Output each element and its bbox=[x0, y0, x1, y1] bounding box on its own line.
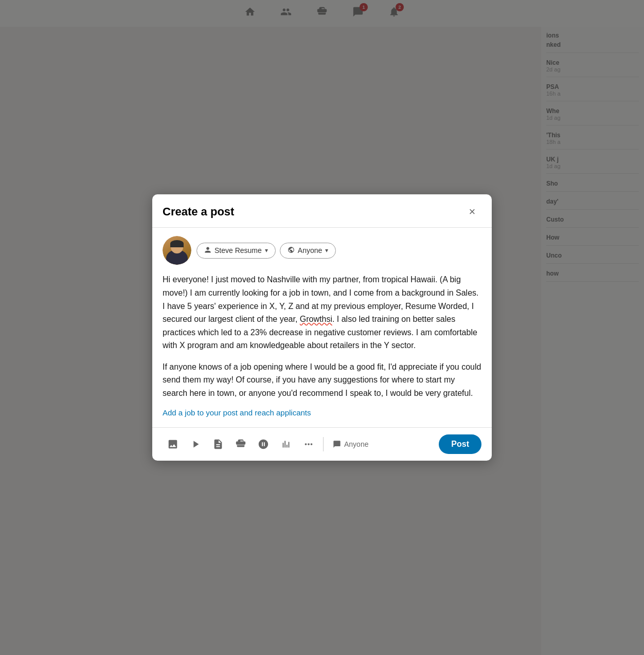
user-row: Steve Resume ▾ Anyone ▾ bbox=[163, 236, 481, 265]
globe-icon bbox=[288, 246, 295, 255]
more-button[interactable] bbox=[298, 434, 319, 454]
modal-header: Create a post × bbox=[152, 194, 492, 228]
toolbar-divider bbox=[323, 437, 324, 451]
toolbar-icons: Anyone bbox=[163, 434, 437, 454]
post-content-area[interactable]: Hi everyone! I just moved to Nashville w… bbox=[163, 273, 481, 399]
modal-backdrop: Create a post × bbox=[0, 0, 644, 655]
poll-button[interactable] bbox=[276, 434, 296, 454]
profile-selector-button[interactable]: Steve Resume ▾ bbox=[196, 243, 276, 259]
profile-chevron-icon: ▾ bbox=[265, 247, 268, 254]
footer-audience-label: Anyone bbox=[344, 440, 368, 448]
user-controls: Steve Resume ▾ Anyone ▾ bbox=[196, 243, 336, 259]
profile-name: Steve Resume bbox=[214, 246, 262, 254]
close-button[interactable]: × bbox=[463, 203, 481, 221]
avatar bbox=[163, 236, 191, 265]
post-button[interactable]: Post bbox=[439, 434, 481, 454]
audience-chevron-icon: ▾ bbox=[325, 247, 328, 254]
modal-footer: Anyone Post bbox=[152, 427, 492, 461]
speech-bubble-icon bbox=[333, 440, 341, 448]
post-paragraph-1: Hi everyone! I just moved to Nashville w… bbox=[163, 273, 481, 352]
photo-button[interactable] bbox=[163, 434, 183, 454]
footer-audience-button[interactable]: Anyone bbox=[328, 437, 373, 451]
add-job-link[interactable]: Add a job to your post and reach applica… bbox=[163, 408, 311, 417]
profile-icon bbox=[204, 246, 211, 255]
audience-selector-button[interactable]: Anyone ▾ bbox=[280, 243, 336, 259]
close-icon: × bbox=[469, 205, 476, 219]
post-paragraph-2: If anyone knows of a job opening where I… bbox=[163, 360, 481, 400]
create-post-modal: Create a post × bbox=[152, 194, 492, 460]
audience-label: Anyone bbox=[298, 246, 322, 254]
modal-title: Create a post bbox=[163, 205, 234, 219]
job-button[interactable] bbox=[230, 434, 251, 454]
video-button[interactable] bbox=[185, 434, 206, 454]
modal-body: Steve Resume ▾ Anyone ▾ Hi everyone! I j… bbox=[152, 228, 492, 427]
document-button[interactable] bbox=[208, 434, 228, 454]
celebrate-button[interactable] bbox=[253, 434, 274, 454]
misspelled-word: Growthsi bbox=[300, 315, 332, 323]
